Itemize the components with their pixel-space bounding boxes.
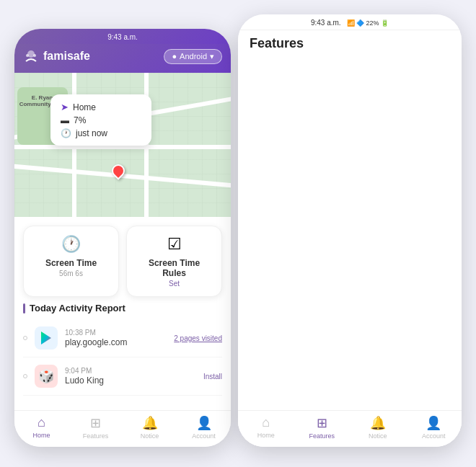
screen-time-rules-icon: ☑ xyxy=(136,235,213,254)
right-phone: 9:43 a.m. 📶 🔷 22% 🔋 Features Control xyxy=(238,14,462,447)
map-pin xyxy=(112,164,125,177)
svg-point-2 xyxy=(33,54,36,57)
right-bottom-nav: ⌂ Home ⊞ Features 🔔 Notice 👤 Account xyxy=(238,410,462,447)
cards-row: 🕐 Screen Time 56m 6s ☑ Screen Time Rules… xyxy=(14,217,231,303)
right-nav-features[interactable]: ⊞ Features xyxy=(294,415,351,440)
activity-time-1: 10:38 PM xyxy=(65,329,167,337)
left-phone: 9:43 a.m. famisafe ● Android ▾ xyxy=(14,29,231,447)
right-status-bar: 9:43 a.m. 📶 🔷 22% 🔋 xyxy=(238,14,462,30)
map-popup: ➤ Home ▬ 7% 🕐 just now xyxy=(50,94,151,146)
left-nav-home-icon: ⌂ xyxy=(38,415,45,430)
nav-icon: ➤ xyxy=(61,102,69,112)
activity-info-1: 10:38 PM play.google.com xyxy=(65,329,167,347)
left-nav-features-label: Features xyxy=(83,432,109,440)
screen-time-rules-subtitle: Set xyxy=(136,280,213,288)
screen-time-title: Screen Time xyxy=(32,258,110,268)
left-nav-account-icon: 👤 xyxy=(196,415,212,431)
right-nav-notice-icon: 🔔 xyxy=(370,415,386,431)
left-nav-account-label: Account xyxy=(192,432,216,440)
screen-time-rules-title: Screen Time Rules xyxy=(136,258,213,278)
svg-point-0 xyxy=(27,50,35,58)
left-nav-features[interactable]: ⊞ Features xyxy=(69,415,123,440)
popup-time-row: 🕐 just now xyxy=(61,128,141,138)
play-store-icon xyxy=(35,326,58,350)
popup-time: just now xyxy=(76,128,107,138)
left-nav-account[interactable]: 👤 Account xyxy=(177,415,231,440)
activity-dot-1 xyxy=(23,336,27,340)
left-nav-features-icon: ⊞ xyxy=(90,415,101,431)
left-nav-notice[interactable]: 🔔 Notice xyxy=(123,415,177,440)
right-nav-account-label: Account xyxy=(422,432,446,440)
screen-time-subtitle: 56m 6s xyxy=(32,270,110,277)
android-badge[interactable]: ● Android ▾ xyxy=(164,49,222,64)
battery-icon: ▬ xyxy=(61,115,69,125)
left-status-bar: 9:43 a.m. xyxy=(14,29,231,44)
left-nav-home[interactable]: ⌂ Home xyxy=(14,415,69,440)
page-title: Features xyxy=(250,36,450,51)
right-status-time: 9:43 a.m. xyxy=(311,19,341,27)
left-bottom-nav: ⌂ Home ⊞ Features 🔔 Notice 👤 Account xyxy=(14,410,231,447)
activity-dot-2 xyxy=(23,374,27,378)
android-label: Android xyxy=(180,52,207,61)
screen-time-icon: 🕐 xyxy=(32,235,110,254)
screen-time-rules-card[interactable]: ☑ Screen Time Rules Set xyxy=(126,226,222,297)
activity-section-title: Today Activity Report xyxy=(23,303,222,313)
right-nav-home-icon: ⌂ xyxy=(262,415,270,430)
brand-name: famisafe xyxy=(43,50,90,63)
chevron-down-icon: ▾ xyxy=(210,52,214,61)
right-nav-notice-label: Notice xyxy=(369,432,387,440)
ludo-king-icon: 🎲 xyxy=(35,365,58,388)
activity-action-2[interactable]: Install xyxy=(203,373,222,381)
activity-title-text: Today Activity Report xyxy=(30,303,125,313)
right-nav-features-label: Features xyxy=(309,432,335,440)
activity-name-2: Ludo King xyxy=(65,375,196,386)
activity-action-1[interactable]: 2 pages visited xyxy=(174,334,222,342)
map-pin-circle xyxy=(109,161,127,179)
right-status-icons: 📶 🔷 22% 🔋 xyxy=(347,19,389,27)
right-nav-notice[interactable]: 🔔 Notice xyxy=(350,415,406,440)
popup-location-row: ➤ Home xyxy=(61,102,141,112)
left-header: famisafe ● Android ▾ xyxy=(14,44,231,73)
activity-item-2[interactable]: 🎲 9:04 PM Ludo King Install xyxy=(23,357,222,396)
brand: famisafe xyxy=(23,48,90,64)
right-nav-account-icon: 👤 xyxy=(426,415,441,431)
svg-marker-3 xyxy=(41,332,51,344)
right-nav-home-label: Home xyxy=(257,432,275,439)
right-nav-features-icon: ⊞ xyxy=(317,415,327,431)
map-area[interactable]: E. Ryan Community Park ➤ Home ▬ 7% 🕐 jus… xyxy=(14,73,231,217)
left-nav-home-label: Home xyxy=(32,432,50,439)
activity-info-2: 9:04 PM Ludo King xyxy=(65,367,196,386)
right-page-header: Features xyxy=(238,30,462,447)
activity-item-1[interactable]: 10:38 PM play.google.com 2 pages visited xyxy=(23,319,222,357)
screen-time-card[interactable]: 🕐 Screen Time 56m 6s xyxy=(23,226,119,297)
activity-section: Today Activity Report xyxy=(14,303,231,396)
popup-location: Home xyxy=(73,102,96,112)
activity-time-2: 9:04 PM xyxy=(65,367,196,375)
popup-battery: 7% xyxy=(74,115,86,125)
right-nav-account[interactable]: 👤 Account xyxy=(406,415,462,440)
clock-icon: 🕐 xyxy=(61,128,71,138)
svg-point-1 xyxy=(26,54,29,57)
right-nav-home[interactable]: ⌂ Home xyxy=(238,415,294,440)
left-nav-notice-icon: 🔔 xyxy=(142,415,158,431)
phones-container: 9:43 a.m. famisafe ● Android ▾ xyxy=(0,0,476,467)
left-nav-notice-label: Notice xyxy=(141,432,159,440)
activity-name-1: play.google.com xyxy=(65,337,167,347)
left-status-time: 9:43 a.m. xyxy=(107,33,138,41)
brand-icon xyxy=(23,48,39,64)
popup-battery-row: ▬ 7% xyxy=(61,115,141,125)
android-icon: ● xyxy=(172,52,177,61)
